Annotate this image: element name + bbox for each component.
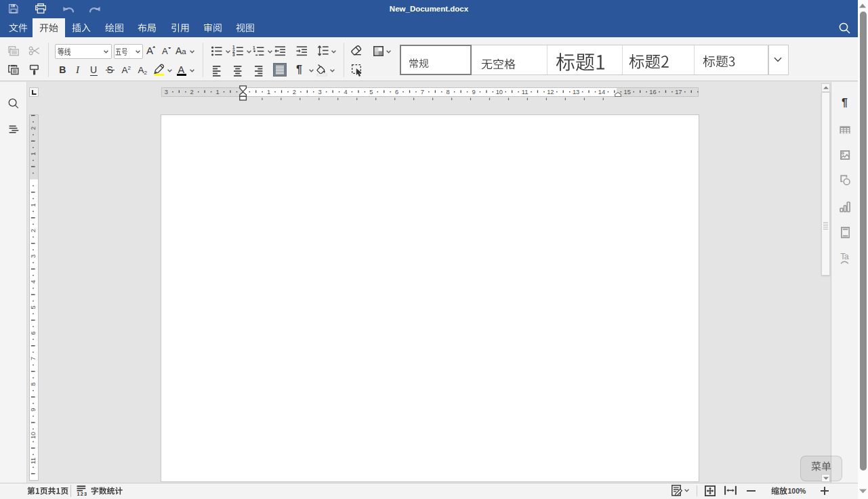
- svg-text:10: 10: [30, 432, 37, 439]
- svg-text:4: 4: [30, 280, 37, 284]
- svg-text:11: 11: [30, 458, 37, 464]
- svg-text:Ta: Ta: [840, 252, 848, 261]
- svg-text:2: 2: [30, 229, 37, 232]
- svg-text:6: 6: [30, 331, 37, 334]
- svg-text:9: 9: [30, 408, 37, 412]
- svg-text:2: 2: [30, 127, 37, 130]
- svg-text:8: 8: [30, 383, 37, 386]
- svg-text:5: 5: [30, 305, 37, 309]
- svg-text:1: 1: [30, 152, 37, 156]
- svg-text:7: 7: [30, 357, 37, 360]
- svg-text:123: 123: [77, 491, 87, 496]
- svg-text:3: 3: [30, 255, 37, 258]
- svg-text:1: 1: [30, 203, 37, 207]
